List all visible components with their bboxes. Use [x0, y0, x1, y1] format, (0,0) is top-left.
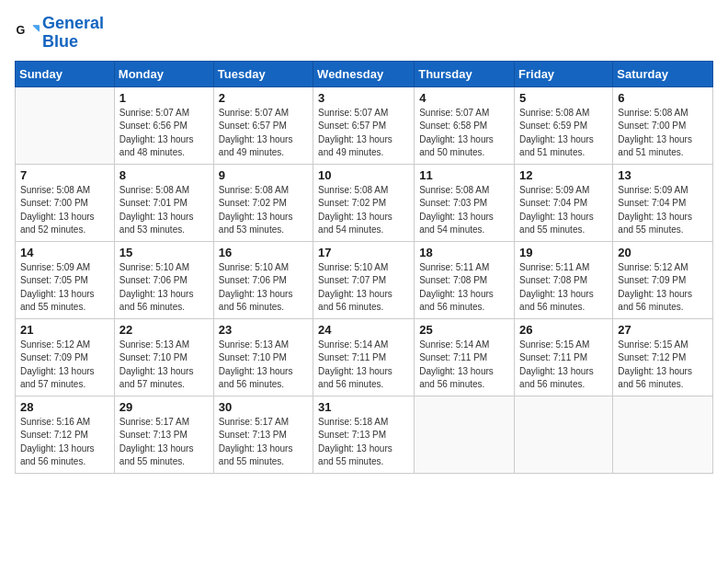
day-info: Sunrise: 5:15 AMSunset: 7:12 PMDaylight:…: [618, 339, 708, 392]
day-number: 26: [519, 323, 608, 337]
day-number: 17: [318, 246, 409, 259]
day-number: 12: [519, 168, 608, 182]
day-number: 11: [419, 168, 509, 182]
day-info: Sunrise: 5:10 AMSunset: 7:06 PMDaylight:…: [219, 261, 308, 315]
calendar-cell: 13Sunrise: 5:09 AMSunset: 7:04 PMDayligh…: [613, 164, 713, 241]
day-number: 8: [119, 168, 209, 182]
day-number: 19: [519, 246, 608, 259]
day-number: 25: [419, 323, 509, 337]
calendar-cell: 19Sunrise: 5:11 AMSunset: 7:08 PMDayligh…: [515, 241, 613, 318]
day-header-sunday: Sunday: [16, 61, 115, 86]
day-number: 14: [20, 246, 109, 259]
day-info: Sunrise: 5:11 AMSunset: 7:08 PMDaylight:…: [519, 261, 608, 315]
day-info: Sunrise: 5:12 AMSunset: 7:09 PMDaylight:…: [618, 261, 708, 315]
day-info: Sunrise: 5:08 AMSunset: 7:01 PMDaylight:…: [119, 184, 209, 237]
calendar-cell: 17Sunrise: 5:10 AMSunset: 7:07 PMDayligh…: [313, 241, 415, 318]
day-info: Sunrise: 5:07 AMSunset: 6:58 PMDaylight:…: [419, 107, 509, 160]
calendar-cell: 10Sunrise: 5:08 AMSunset: 7:02 PMDayligh…: [313, 164, 415, 241]
day-info: Sunrise: 5:10 AMSunset: 7:07 PMDaylight:…: [318, 261, 409, 315]
calendar-cell: 26Sunrise: 5:15 AMSunset: 7:11 PMDayligh…: [515, 318, 613, 396]
calendar-cell: [613, 396, 713, 473]
calendar-cell: [415, 396, 515, 473]
calendar-cell: 29Sunrise: 5:17 AMSunset: 7:13 PMDayligh…: [114, 396, 213, 473]
day-number: 31: [318, 400, 409, 414]
day-number: 7: [20, 168, 109, 182]
calendar-cell: 24Sunrise: 5:14 AMSunset: 7:11 PMDayligh…: [313, 318, 415, 396]
day-info: Sunrise: 5:10 AMSunset: 7:06 PMDaylight:…: [119, 261, 209, 315]
day-header-thursday: Thursday: [415, 61, 515, 86]
day-number: 20: [618, 246, 708, 259]
logo-blue: Blue: [42, 32, 78, 51]
day-number: 18: [419, 246, 509, 259]
calendar-cell: 6Sunrise: 5:08 AMSunset: 7:00 PMDaylight…: [613, 86, 713, 164]
calendar-cell: 20Sunrise: 5:12 AMSunset: 7:09 PMDayligh…: [613, 241, 713, 318]
day-number: 4: [419, 91, 509, 105]
day-number: 21: [20, 323, 109, 337]
day-number: 22: [119, 323, 209, 337]
week-row-4: 28Sunrise: 5:16 AMSunset: 7:12 PMDayligh…: [16, 396, 713, 473]
day-number: 29: [119, 400, 209, 414]
day-number: 3: [318, 91, 409, 105]
calendar-cell: 4Sunrise: 5:07 AMSunset: 6:58 PMDaylight…: [415, 86, 515, 164]
day-info: Sunrise: 5:08 AMSunset: 7:02 PMDaylight:…: [318, 184, 409, 237]
week-row-1: 7Sunrise: 5:08 AMSunset: 7:00 PMDaylight…: [16, 164, 713, 241]
calendar-body: 1Sunrise: 5:07 AMSunset: 6:56 PMDaylight…: [16, 86, 713, 473]
day-info: Sunrise: 5:07 AMSunset: 6:57 PMDaylight:…: [219, 107, 308, 160]
calendar-cell: 15Sunrise: 5:10 AMSunset: 7:06 PMDayligh…: [114, 241, 213, 318]
day-info: Sunrise: 5:16 AMSunset: 7:12 PMDaylight:…: [20, 416, 109, 469]
day-header-wednesday: Wednesday: [313, 61, 415, 86]
day-header-saturday: Saturday: [613, 61, 713, 86]
calendar-cell: 14Sunrise: 5:09 AMSunset: 7:05 PMDayligh…: [16, 241, 115, 318]
day-info: Sunrise: 5:08 AMSunset: 7:03 PMDaylight:…: [419, 184, 509, 237]
calendar-cell: 2Sunrise: 5:07 AMSunset: 6:57 PMDaylight…: [213, 86, 313, 164]
calendar-cell: 3Sunrise: 5:07 AMSunset: 6:57 PMDaylight…: [313, 86, 415, 164]
calendar-cell: 9Sunrise: 5:08 AMSunset: 7:02 PMDaylight…: [213, 164, 313, 241]
day-info: Sunrise: 5:14 AMSunset: 7:11 PMDaylight:…: [419, 339, 509, 392]
day-number: 30: [219, 400, 308, 414]
days-header-row: SundayMondayTuesdayWednesdayThursdayFrid…: [16, 61, 713, 86]
day-number: 10: [318, 168, 409, 182]
calendar-cell: 7Sunrise: 5:08 AMSunset: 7:00 PMDaylight…: [16, 164, 115, 241]
calendar-cell: 1Sunrise: 5:07 AMSunset: 6:56 PMDaylight…: [114, 86, 213, 164]
day-number: 27: [618, 323, 708, 337]
day-number: 28: [20, 400, 109, 414]
day-number: 9: [219, 168, 308, 182]
day-info: Sunrise: 5:11 AMSunset: 7:08 PMDaylight:…: [419, 261, 509, 315]
day-info: Sunrise: 5:09 AMSunset: 7:04 PMDaylight:…: [519, 184, 608, 237]
day-number: 1: [119, 91, 209, 105]
calendar-cell: 5Sunrise: 5:08 AMSunset: 6:59 PMDaylight…: [515, 86, 613, 164]
day-header-tuesday: Tuesday: [213, 61, 313, 86]
day-number: 6: [618, 91, 708, 105]
calendar-cell: 27Sunrise: 5:15 AMSunset: 7:12 PMDayligh…: [613, 318, 713, 396]
svg-marker-2: [33, 25, 40, 31]
day-number: 15: [119, 246, 209, 259]
day-info: Sunrise: 5:08 AMSunset: 6:59 PMDaylight:…: [519, 107, 608, 160]
calendar-cell: 30Sunrise: 5:17 AMSunset: 7:13 PMDayligh…: [213, 396, 313, 473]
calendar-cell: 18Sunrise: 5:11 AMSunset: 7:08 PMDayligh…: [415, 241, 515, 318]
logo: G General Blue: [15, 15, 104, 52]
day-info: Sunrise: 5:13 AMSunset: 7:10 PMDaylight:…: [119, 339, 209, 392]
calendar-cell: [16, 86, 115, 164]
calendar-cell: 23Sunrise: 5:13 AMSunset: 7:10 PMDayligh…: [213, 318, 313, 396]
day-info: Sunrise: 5:18 AMSunset: 7:13 PMDaylight:…: [318, 416, 409, 469]
day-number: 5: [519, 91, 608, 105]
week-row-3: 21Sunrise: 5:12 AMSunset: 7:09 PMDayligh…: [16, 318, 713, 396]
day-number: 24: [318, 323, 409, 337]
day-header-monday: Monday: [114, 61, 213, 86]
day-info: Sunrise: 5:07 AMSunset: 6:57 PMDaylight:…: [318, 107, 409, 160]
day-info: Sunrise: 5:13 AMSunset: 7:10 PMDaylight:…: [219, 339, 308, 392]
calendar-cell: 25Sunrise: 5:14 AMSunset: 7:11 PMDayligh…: [415, 318, 515, 396]
calendar-cell: 12Sunrise: 5:09 AMSunset: 7:04 PMDayligh…: [515, 164, 613, 241]
day-number: 2: [219, 91, 308, 105]
day-info: Sunrise: 5:14 AMSunset: 7:11 PMDaylight:…: [318, 339, 409, 392]
day-info: Sunrise: 5:09 AMSunset: 7:05 PMDaylight:…: [20, 261, 109, 315]
day-info: Sunrise: 5:07 AMSunset: 6:56 PMDaylight:…: [119, 107, 209, 160]
logo-general: General: [42, 14, 104, 32]
day-info: Sunrise: 5:09 AMSunset: 7:04 PMDaylight:…: [618, 184, 708, 237]
day-info: Sunrise: 5:15 AMSunset: 7:11 PMDaylight:…: [519, 339, 608, 392]
calendar-cell: 8Sunrise: 5:08 AMSunset: 7:01 PMDaylight…: [114, 164, 213, 241]
day-info: Sunrise: 5:08 AMSunset: 7:02 PMDaylight:…: [219, 184, 308, 237]
calendar-cell: 16Sunrise: 5:10 AMSunset: 7:06 PMDayligh…: [213, 241, 313, 318]
day-number: 16: [219, 246, 308, 259]
calendar-cell: [515, 396, 613, 473]
